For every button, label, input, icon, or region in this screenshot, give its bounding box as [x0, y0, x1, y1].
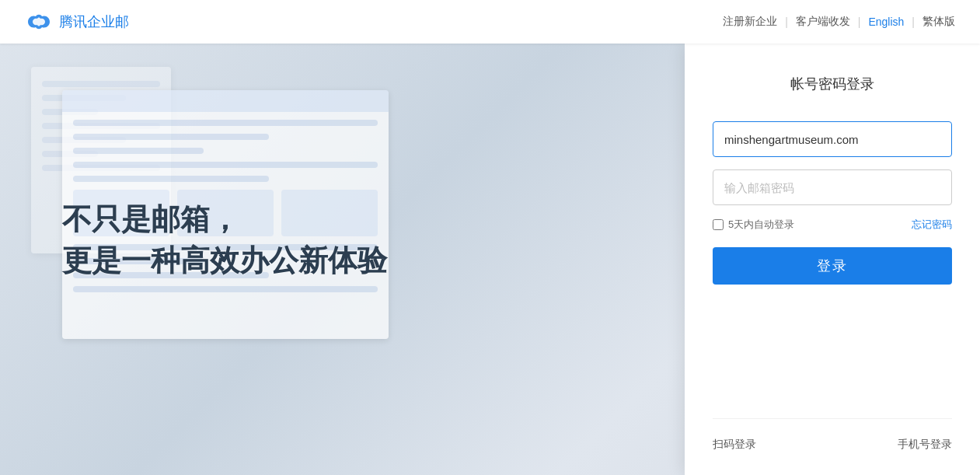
client-link[interactable]: 客户端收发 [796, 15, 850, 29]
register-link[interactable]: 注册新企业 [723, 15, 777, 29]
login-button[interactable]: 登录 [713, 247, 952, 285]
hero-text: 不只是邮箱， 更是一种高效办公新体验 [62, 199, 387, 281]
auto-login-label[interactable]: 5天内自动登录 [713, 218, 794, 232]
login-title: 帐号密码登录 [790, 75, 874, 93]
hero-line1: 不只是邮箱， 更是一种高效办公新体验 [62, 199, 387, 281]
logo: 腾讯企业邮 [25, 12, 129, 31]
header-nav: 注册新企业 | 客户端收发 | English | 繁体版 [723, 15, 955, 29]
traditional-link[interactable]: 繁体版 [922, 15, 955, 29]
password-group [713, 169, 952, 205]
email-group [713, 121, 952, 157]
email-input[interactable] [713, 121, 952, 157]
alt-login-row: 扫码登录 手机号登录 [713, 418, 952, 452]
forgot-password-link[interactable]: 忘记密码 [912, 218, 952, 232]
english-link[interactable]: English [868, 16, 904, 28]
login-form: 5天内自动登录 忘记密码 登录 [713, 121, 952, 285]
password-input[interactable] [713, 169, 952, 205]
phone-login-button[interactable]: 手机号登录 [898, 438, 952, 452]
sep1: | [785, 16, 788, 28]
logo-icon [25, 12, 53, 31]
login-card: 帐号密码登录 5天内自动登录 忘记密码 登录 扫码登录 手机号登录 [685, 44, 980, 475]
qr-login-button[interactable]: 扫码登录 [713, 438, 756, 452]
header: 腾讯企业邮 注册新企业 | 客户端收发 | English | 繁体版 [0, 0, 980, 44]
options-row: 5天内自动登录 忘记密码 [713, 218, 952, 232]
sep3: | [912, 16, 915, 28]
auto-login-checkbox[interactable] [713, 219, 724, 230]
logo-text: 腾讯企业邮 [59, 12, 129, 31]
sep2: | [858, 16, 861, 28]
